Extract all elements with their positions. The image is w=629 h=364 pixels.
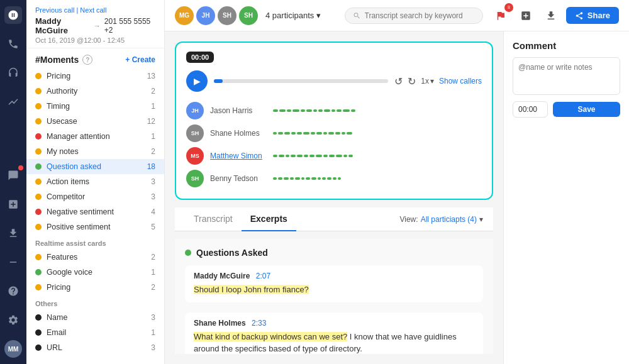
waveform-bar bbox=[309, 155, 314, 157]
nav-phone[interactable] bbox=[4, 35, 22, 53]
save-comment-button[interactable]: Save bbox=[553, 102, 620, 117]
caller-avatar: SH bbox=[186, 170, 204, 187]
waveform-bar bbox=[301, 109, 305, 112]
nav-settings[interactable] bbox=[4, 311, 22, 329]
section-dot bbox=[185, 250, 191, 256]
moment-count: 4 bbox=[151, 207, 155, 216]
create-moment-button[interactable]: + Create bbox=[125, 55, 155, 64]
moment-label: My notes bbox=[47, 147, 146, 156]
waveform-bar bbox=[351, 109, 355, 112]
entry-text: What kind of backup windows can we set? … bbox=[194, 331, 474, 355]
sidebar-moment-item[interactable]: Google voice 1 bbox=[26, 265, 164, 280]
caller-number: 201 555 5555 +2 bbox=[104, 17, 155, 35]
sidebar-moment-item[interactable]: Email 1 bbox=[26, 325, 164, 340]
nav-messages[interactable] bbox=[4, 167, 22, 184]
prev-call-link[interactable]: Previous call | Next call bbox=[35, 6, 107, 14]
waveform-bar bbox=[291, 132, 296, 135]
nav-help[interactable] bbox=[4, 282, 22, 300]
sidebar-moment-item[interactable]: Positive sentiment 5 bbox=[26, 219, 164, 234]
nav-logo[interactable] bbox=[4, 6, 22, 24]
nav-download[interactable] bbox=[4, 224, 22, 242]
share-button[interactable]: Share bbox=[566, 7, 619, 24]
tab-transcript[interactable]: Transcript bbox=[185, 207, 242, 231]
waveform-bar bbox=[343, 155, 347, 157]
caller-name: Shane Holmes bbox=[210, 129, 267, 138]
waveform-bar bbox=[329, 155, 335, 157]
sidebar-moment-item[interactable]: Timing 1 bbox=[26, 99, 164, 114]
caller-avatar: MS bbox=[186, 147, 204, 165]
sidebar-moment-item[interactable]: Competitor 3 bbox=[26, 189, 164, 204]
caller-name: Benny Tedson bbox=[210, 174, 267, 183]
nav-minus[interactable] bbox=[4, 253, 22, 271]
sidebar-header: Previous call | Next call Maddy McGuire … bbox=[26, 0, 164, 48]
caller-name: Jason Harris bbox=[210, 106, 267, 115]
sidebar-moment-item[interactable]: Name 3 bbox=[26, 310, 164, 325]
waveform-bar bbox=[279, 109, 286, 112]
waveform-bar bbox=[337, 109, 342, 112]
tab-excerpts[interactable]: Excerpts bbox=[242, 207, 296, 231]
participant-avatar: SH bbox=[218, 6, 237, 25]
search-input[interactable] bbox=[365, 11, 475, 20]
progress-bar[interactable] bbox=[214, 79, 388, 83]
caller-row: SH Shane Holmes bbox=[186, 122, 482, 145]
comment-time-input[interactable] bbox=[513, 101, 548, 118]
nav-add[interactable] bbox=[4, 196, 22, 213]
moment-count: 12 bbox=[147, 117, 155, 126]
moment-count: 5 bbox=[151, 223, 155, 231]
moments-help-icon[interactable]: ? bbox=[82, 55, 92, 65]
sidebar-moment-item[interactable]: Features 2 bbox=[26, 250, 164, 265]
highlighted-text: What kind of backup windows can we set? bbox=[194, 332, 347, 341]
caller-row: MS Matthew Simon bbox=[186, 145, 482, 167]
sidebar-moment-item[interactable]: Pricing 2 bbox=[26, 280, 164, 295]
moment-count: 2 bbox=[151, 283, 155, 292]
caller-waveform bbox=[273, 107, 482, 114]
nav-user-avatar[interactable]: MM bbox=[4, 340, 22, 358]
moment-label: Pricing bbox=[47, 283, 146, 292]
waveform-bar bbox=[323, 155, 328, 157]
transcript-area: 00:00 ▶ ↺ ↻ 1x ▾ Show callers bbox=[165, 31, 503, 364]
section-title: Questions Asked bbox=[196, 248, 268, 258]
progress-fill bbox=[214, 79, 223, 83]
download-icon[interactable] bbox=[541, 6, 561, 26]
sidebar-moment-item[interactable]: Question asked 18 bbox=[26, 159, 164, 174]
callers-list: JH Jason Harris SH Shane Holmes MS Matth… bbox=[186, 99, 482, 190]
comment-textarea[interactable] bbox=[513, 57, 620, 95]
play-button[interactable]: ▶ bbox=[186, 70, 208, 92]
comment-footer: Save bbox=[513, 101, 620, 118]
comment-title: Comment bbox=[513, 40, 620, 51]
sidebar-moment-item[interactable]: URL 3 bbox=[26, 340, 164, 355]
player-top: 00:00 bbox=[186, 52, 482, 63]
waveform-bar bbox=[338, 177, 341, 180]
moment-count: 18 bbox=[147, 162, 155, 171]
search-box bbox=[345, 8, 483, 24]
sidebar-moment-item[interactable]: Manager attention 1 bbox=[26, 129, 164, 144]
nav-headset[interactable] bbox=[4, 64, 22, 82]
sidebar-moment-item[interactable]: Negative sentiment 4 bbox=[26, 204, 164, 219]
sidebar-moment-item[interactable]: Usecase 12 bbox=[26, 114, 164, 129]
waveform-bar bbox=[318, 109, 323, 112]
sidebar-moment-item[interactable]: Authority 2 bbox=[26, 84, 164, 99]
left-nav: MM bbox=[0, 0, 26, 364]
add-icon[interactable] bbox=[516, 6, 536, 26]
main-content: MGJHSHSH 4 participants ▾ 8 Share bbox=[165, 0, 629, 364]
waveform-bar bbox=[292, 109, 299, 112]
moment-dot bbox=[35, 209, 42, 215]
speed-selector[interactable]: 1x ▾ bbox=[421, 77, 434, 85]
nav-chart[interactable] bbox=[4, 93, 22, 111]
forward-icon[interactable]: ↻ bbox=[408, 75, 416, 87]
waveform-bar bbox=[336, 155, 342, 157]
participant-avatar: SH bbox=[239, 6, 258, 25]
highlighted-text: Should I loop John from fiance? bbox=[194, 285, 309, 294]
view-filter[interactable]: View: All particiapts (4) ▾ bbox=[399, 215, 483, 224]
moment-count: 3 bbox=[151, 177, 155, 186]
waveform-bar bbox=[284, 132, 291, 135]
sidebar-moment-item[interactable]: Action items 3 bbox=[26, 174, 164, 189]
sidebar-moment-item[interactable]: My notes 2 bbox=[26, 144, 164, 159]
realtime-section-label: Realtime assist cards bbox=[26, 234, 164, 250]
flag-icon[interactable]: 8 bbox=[491, 6, 511, 26]
waveform-bar bbox=[318, 177, 321, 180]
show-callers-link[interactable]: Show callers bbox=[439, 77, 482, 85]
sidebar-moment-item[interactable]: Pricing 13 bbox=[26, 69, 164, 84]
rewind-icon[interactable]: ↺ bbox=[394, 75, 403, 87]
participants-dropdown[interactable]: 4 participants ▾ bbox=[265, 11, 321, 20]
